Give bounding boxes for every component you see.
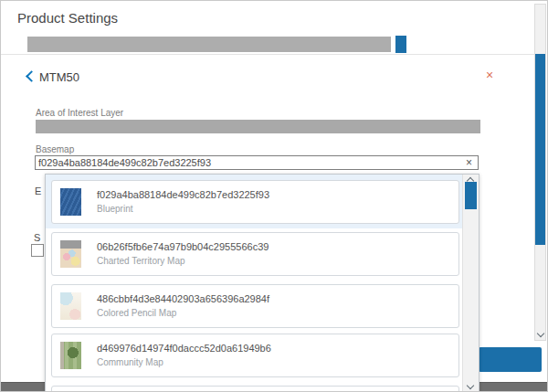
- header-blue-chip: [395, 36, 406, 53]
- basemap-thumbnail-blueprint: [60, 188, 81, 216]
- basemap-dropdown-list: f029a4ba88184de499c82b7ed3225f93 Bluepri…: [45, 174, 480, 392]
- header-divider: [1, 54, 534, 55]
- item-id: d469976d14974f0daccc52d0a61949b6: [97, 343, 271, 355]
- item-title: Colored Pencil Map: [97, 308, 269, 319]
- close-icon[interactable]: ×: [486, 69, 493, 81]
- back-chevron-icon[interactable]: [26, 70, 37, 82]
- item-id: f029a4ba88184de499c82b7ed3225f93: [97, 189, 269, 201]
- item-title: Charted Territory Map: [97, 256, 269, 267]
- basemap-thumbnail-charted-territory: [60, 240, 81, 268]
- list-item-partial[interactable]: [51, 386, 459, 392]
- basemap-thumbnail-community: [60, 342, 81, 369]
- page-scrollbar-thumb[interactable]: [535, 54, 545, 245]
- back-label[interactable]: MTM50: [39, 70, 79, 84]
- scroll-down-icon[interactable]: [537, 330, 544, 337]
- page-title: Product Settings: [17, 10, 118, 26]
- list-item-charted-territory[interactable]: 06b26f5fb6e74a97b9b04c2955566c39 Charted…: [51, 232, 459, 276]
- primary-action-button[interactable]: [479, 347, 542, 372]
- basemap-input[interactable]: f029a4ba88184de499c82b7ed3225f93 ×: [35, 155, 479, 170]
- clipped-field-label-e: E: [35, 185, 41, 196]
- list-item-community[interactable]: d469976d14974f0daccc52d0a61949b6 Communi…: [51, 334, 459, 377]
- clipped-field-label-s: S: [34, 232, 40, 243]
- list-item-colored-pencil[interactable]: 486cbbf4d3e84402903a656396a2984f Colored…: [51, 284, 459, 328]
- page-scrollbar[interactable]: [534, 4, 546, 341]
- scroll-down-icon[interactable]: [467, 382, 474, 389]
- clear-icon[interactable]: ×: [466, 156, 472, 169]
- product-settings-window: Product Settings MTM50 × Area of Interes…: [0, 0, 548, 392]
- item-title: Community Map: [97, 357, 271, 368]
- clipped-checkbox[interactable]: [31, 244, 44, 257]
- item-id: 06b26f5fb6e74a97b9b04c2955566c39: [97, 241, 269, 253]
- dropdown-scrollbar[interactable]: [462, 175, 479, 392]
- dropdown-scrollbar-thumb[interactable]: [465, 182, 477, 209]
- area-of-interest-label: Area of Interest Layer: [36, 108, 123, 118]
- item-title: Blueprint: [97, 204, 269, 215]
- area-of-interest-input[interactable]: [36, 120, 480, 133]
- header-gray-bar: [27, 37, 391, 52]
- basemap-input-value: f029a4ba88184de499c82b7ed3225f93: [38, 157, 211, 169]
- item-id: 486cbbf4d3e84402903a656396a2984f: [97, 293, 269, 305]
- basemap-label: Basemap: [36, 144, 74, 154]
- list-item-blueprint[interactable]: f029a4ba88184de499c82b7ed3225f93 Bluepri…: [51, 180, 459, 224]
- basemap-thumbnail-colored-pencil: [60, 292, 81, 320]
